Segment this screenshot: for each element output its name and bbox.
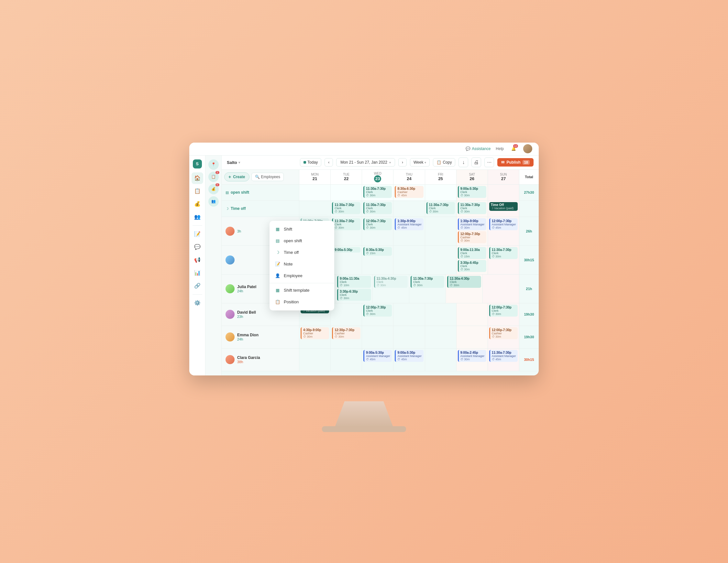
emp1-sun[interactable]: 12:00p-7:30p Assistant Manager ⏱ 45m xyxy=(488,217,519,246)
sidebar-item-messages[interactable]: 💬 xyxy=(192,241,203,253)
julia-sun[interactable] xyxy=(483,275,519,303)
shift-card[interactable]: 4:30p-9:00p Cashier ⏱ 30m xyxy=(301,327,329,339)
sidebar-item-home[interactable]: 🏠 xyxy=(192,172,203,184)
timeoff-sun[interactable]: Time Off ☽ Vacation (paid) xyxy=(488,201,519,217)
clara-tue[interactable] xyxy=(331,348,362,371)
emp2-fri[interactable] xyxy=(425,246,457,274)
sidebar-item-team[interactable]: 👥 xyxy=(192,211,203,223)
open-shift-thu[interactable]: 8:30a-6:30p Cashier ⏱ 45m xyxy=(393,185,425,201)
app-logo[interactable]: S xyxy=(193,160,202,169)
emp2-sun[interactable]: 11:30a-7:30p Clerk ⏱ 30m xyxy=(488,246,519,274)
shift-card[interactable]: 1:30p-9:00p Assistant Manager ⏱ 45m xyxy=(395,218,423,230)
emma-sun[interactable]: 12:00p-7:30p Cashier ⏱ 30m xyxy=(488,326,519,348)
shift-card[interactable]: 12:00p-7:30p Clerk ⏱ 30m xyxy=(489,304,518,316)
next-week-button[interactable]: › xyxy=(398,158,407,167)
shift-card[interactable]: 11:30a-7:30p Clerk ⏱ 30m xyxy=(426,202,455,214)
open-shift-mon[interactable] xyxy=(299,185,331,201)
emp2-wed[interactable]: 8:30a-5:30p ⏱ 15m xyxy=(362,246,393,274)
shift-card[interactable]: 11:30a-7:30p Clerk ⏱ 30m xyxy=(332,202,360,214)
shift-card[interactable]: 11:30a-7:30p Clerk ⏱ 30m xyxy=(411,276,444,288)
clara-sun[interactable]: 11:30a-7:30p Assistant Manager ⏱ 45m xyxy=(488,348,519,371)
julia-wed[interactable]: 11:30a-4:30p Clerk ⏱ 30m xyxy=(373,275,409,303)
shift-card[interactable]: 9:00a-5:30p Assistant Manager ⏱ 45m xyxy=(363,350,392,362)
sidebar-item-analytics[interactable]: 📊 xyxy=(192,267,203,279)
menu-item-shift[interactable]: ▦ Shift xyxy=(270,224,334,235)
shift-card[interactable]: 9:00a-2:45p Assistant Manager ⏱ 30m xyxy=(458,350,486,362)
david-sun[interactable]: 12:00p-7:30p Clerk ⏱ 30m xyxy=(488,303,519,326)
shift-card[interactable]: 3:30p-6:45p Clerk ⏱ 30m xyxy=(458,260,486,272)
open-shift-tue[interactable] xyxy=(331,185,362,201)
shift-card[interactable]: 12:00p-7:30p Assistant Manager ⏱ 45m xyxy=(489,218,518,230)
today-button[interactable]: Today xyxy=(300,158,321,167)
shift-card[interactable]: 11:30a-7:30p Clerk ⏱ 30m xyxy=(363,186,392,198)
shift-card[interactable]: 8:30a-6:30p Cashier ⏱ 45m xyxy=(395,186,423,198)
julia-sat[interactable]: 11:30a-4:30p Clerk ⏱ 30m xyxy=(446,275,482,303)
emp1-sat[interactable]: 1:30p-9:00p Assistant Manager ⏱ 30m 12:0… xyxy=(457,217,488,246)
menu-item-position[interactable]: 📋 Position xyxy=(270,296,334,308)
more-options-button[interactable]: ··· xyxy=(484,158,494,167)
emma-thu[interactable] xyxy=(393,326,425,348)
shift-card[interactable]: 11:30a-7:30p Assistant Manager ⏱ 45m xyxy=(489,350,518,362)
shift-card[interactable]: 12:00p-7:30p Cashier ⏱ 30m xyxy=(489,327,518,339)
menu-item-shift-template[interactable]: ▦ Shift template xyxy=(270,284,334,296)
sidebar-item-announcements[interactable]: 📢 xyxy=(192,254,203,266)
second-sidebar-location[interactable]: 📍 xyxy=(208,160,219,170)
clara-thu[interactable]: 9:00a-5:30p Assistant Manager ⏱ 45m xyxy=(393,348,425,371)
shift-card[interactable]: 11:30a-4:30p Clerk ⏱ 30m xyxy=(374,276,408,288)
open-shift-fri[interactable] xyxy=(425,185,457,201)
second-sidebar-payroll[interactable]: 💰 5 xyxy=(208,184,219,194)
menu-item-note[interactable]: 📝 Note xyxy=(270,259,334,270)
shift-card[interactable]: 11:30a-7:30p Clerk ⏱ 30m xyxy=(363,202,392,214)
sidebar-item-settings[interactable]: ⚙️ xyxy=(192,297,203,309)
timeoff-sat[interactable]: 11:30a-7:30p Clerk ⏱ 30m xyxy=(457,201,488,217)
emp1-thu[interactable]: 1:30p-9:00p Assistant Manager ⏱ 45m xyxy=(393,217,425,246)
timeoff-tue[interactable]: 11:30a-7:30p Clerk ⏱ 30m xyxy=(331,201,362,217)
second-sidebar-schedule[interactable]: 📋 3 xyxy=(208,172,219,182)
julia-thu[interactable]: 11:30a-7:30p Clerk ⏱ 30m xyxy=(409,275,446,303)
open-shift-sun[interactable] xyxy=(488,185,519,201)
help-link[interactable]: Help xyxy=(496,147,504,151)
emma-tue[interactable]: 12:30p-7:30p Cashier ⏱ 30m xyxy=(331,326,362,348)
download-button[interactable]: ↓ xyxy=(458,158,468,167)
sidebar-item-payroll[interactable]: 💰 xyxy=(192,198,203,210)
shift-card[interactable]: 12:00p-7:30p Clerk ⏱ 30m xyxy=(363,304,392,316)
shift-card[interactable]: 9:00a-5:30p Clerk ⏱ 30m xyxy=(458,186,486,198)
copy-button[interactable]: 📋 Copy xyxy=(433,158,455,167)
emp1-fri[interactable] xyxy=(425,217,457,246)
clara-fri[interactable] xyxy=(425,348,457,371)
emma-fri[interactable] xyxy=(425,326,457,348)
shift-card[interactable]: 3:30p-6:30p Clerk ⏱ 30m xyxy=(337,289,371,301)
shift-card[interactable]: 9:00a-5:30p xyxy=(332,247,360,253)
company-name[interactable]: Salto ▾ xyxy=(227,160,240,165)
emp2-tue[interactable]: 9:00a-5:30p xyxy=(331,246,362,274)
menu-item-open-shift[interactable]: ▤ open shift xyxy=(270,235,334,247)
julia-tue[interactable]: 9:00a-11:30a Clerk ⏱ 10m 3:30p-6:30p Cle… xyxy=(336,275,372,303)
sidebar-item-tasks[interactable]: 📝 xyxy=(192,228,203,240)
emma-mon[interactable]: 4:30p-9:00p Cashier ⏱ 30m xyxy=(299,326,331,348)
week-view-button[interactable]: Week ▾ xyxy=(410,158,430,167)
emma-sat[interactable] xyxy=(457,326,488,348)
print-button[interactable]: 🖨 xyxy=(471,158,481,167)
clara-sat[interactable]: 9:00a-2:45p Assistant Manager ⏱ 30m xyxy=(457,348,488,371)
create-button[interactable]: + Create xyxy=(224,172,249,182)
david-tue[interactable] xyxy=(331,303,362,326)
shift-card[interactable]: 11:30a-7:30p Clerk ⏱ 30m xyxy=(458,202,486,214)
assistance-button[interactable]: 💬 Assistance xyxy=(466,147,491,151)
david-sat[interactable] xyxy=(457,303,488,326)
shift-card[interactable]: 11:30a-4:30p Clerk ⏱ 30m xyxy=(447,276,481,288)
timeoff-card[interactable]: Time Off ☽ Vacation (paid) xyxy=(489,202,518,211)
sidebar-item-integrations[interactable]: 🔗 xyxy=(192,280,203,292)
david-fri[interactable] xyxy=(425,303,457,326)
shift-card[interactable]: 9:00a-11:30a Clerk ⏱ 10m xyxy=(337,276,371,288)
clara-mon[interactable] xyxy=(299,348,331,371)
second-sidebar-team[interactable]: 👥 xyxy=(208,196,219,207)
shift-card[interactable]: 1:30p-9:00p Assistant Manager ⏱ 30m xyxy=(458,218,486,230)
sidebar-item-schedule[interactable]: 📋 xyxy=(192,185,203,197)
david-thu[interactable] xyxy=(393,303,425,326)
user-avatar[interactable] xyxy=(523,144,532,153)
shift-card[interactable]: 12:30p-7:30p Cashier ⏱ 30m xyxy=(332,327,360,339)
publish-button[interactable]: ✉ Publish 18 xyxy=(497,158,534,167)
emp1-tue[interactable]: 11:30a-7:30p Clerk ⏱ 30m xyxy=(331,217,362,246)
shift-card[interactable]: 12:00a-7:30p Clerk ⏱ 30m xyxy=(363,218,392,230)
menu-item-employee[interactable]: 👤 Employee xyxy=(270,270,334,282)
